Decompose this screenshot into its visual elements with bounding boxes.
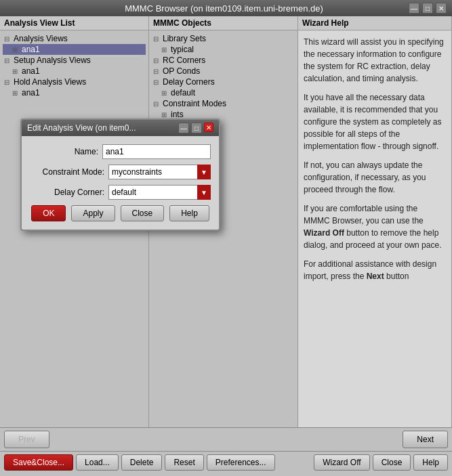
expander-icon: ⊞ [12, 89, 22, 97]
tree-item-typical[interactable]: ⊞ typical [152, 44, 295, 55]
expander-icon: ⊟ [153, 100, 163, 108]
tree-item-setup-ana1[interactable]: ⊞ ana1 [3, 66, 146, 77]
minimize-button[interactable]: — [409, 3, 419, 14]
nav-bar: Prev Next [0, 427, 452, 451]
modal-minimize-button[interactable]: — [178, 123, 189, 133]
apply-button[interactable]: Apply [71, 205, 115, 221]
delay-corner-row: Delay Corner: default ▼ [30, 185, 211, 200]
next-button[interactable]: Next [403, 431, 448, 448]
tree-label: RC Corners [163, 56, 205, 65]
window-controls[interactable]: — □ ✕ [409, 3, 447, 14]
column-headers: Analysis View List MMMC Objects Wizard H… [0, 16, 452, 30]
save-close-button[interactable]: Save&Close... [4, 454, 73, 471]
title-bar: MMMC Browser (on item0109.item.uni-breme… [0, 0, 452, 16]
tree-label: ana1 [22, 45, 40, 54]
tree-label: OP Conds [163, 66, 200, 76]
tree-label: Library Sets [163, 34, 206, 43]
wizard-help-text: This wizard will assist you in specifyin… [304, 36, 446, 282]
tree-item-delay-corners[interactable]: ⊟ Delay Corners [152, 77, 295, 87]
delay-corner-select[interactable]: default [108, 185, 211, 200]
wizard-bold-wizard-off: Wizard Off [304, 228, 344, 238]
wizard-off-button[interactable]: Wizard Off [314, 454, 369, 471]
wizard-para-4: If you are comfortable using the MMMC Br… [304, 202, 446, 251]
tree-item-hold-analysis-views[interactable]: ⊟ Hold Analysis Views [3, 77, 146, 87]
bottom-bar: Save&Close... Load... Delete Reset Prefe… [0, 451, 452, 473]
edit-analysis-view-dialog: Edit Analysis View (on item0... — □ ✕ Na… [20, 118, 220, 231]
col-header-analysis-view-list: Analysis View List [0, 16, 149, 30]
tree-label: Hold Analysis Views [14, 77, 86, 87]
expander-icon: ⊞ [12, 68, 22, 75]
modal-close-button[interactable]: Close [121, 205, 165, 221]
delete-button[interactable]: Delete [121, 454, 163, 471]
constraint-mode-select[interactable]: myconstraints [108, 165, 211, 179]
constraint-mode-select-wrapper: myconstraints ▼ [108, 165, 211, 179]
constraint-mode-label: Constraint Mode: [30, 167, 104, 177]
load-button[interactable]: Load... [76, 454, 119, 471]
constraint-mode-row: Constraint Mode: myconstraints ▼ [30, 165, 211, 179]
tree-label: Delay Corners [163, 77, 215, 87]
tree-item-library-sets[interactable]: ⊟ Library Sets [152, 33, 295, 44]
tree-item-av-ana1[interactable]: ⊞ ana1 [3, 44, 146, 55]
window-title: MMMC Browser (on item0109.item.uni-breme… [39, 3, 409, 14]
tree-label: ints [171, 110, 184, 119]
tree-item-rc-corners[interactable]: ⊟ RC Corners [152, 55, 295, 66]
tree-label: Analysis Views [14, 34, 68, 43]
expander-icon: ⊞ [161, 89, 171, 97]
ok-button[interactable]: OK [31, 205, 66, 221]
wizard-help-panel: This wizard will assist you in specifyin… [298, 30, 452, 427]
expander-icon: ⊟ [153, 35, 163, 43]
help-button-bottom[interactable]: Help [413, 454, 448, 471]
tree-item-analysis-views[interactable]: ⊟ Analysis Views [3, 33, 146, 44]
col-header-wizard-help: Wizard Help [298, 16, 452, 30]
expander-icon: ⊟ [4, 57, 14, 64]
wizard-para-1: This wizard will assist you in specifyin… [304, 36, 446, 85]
modal-help-button[interactable]: Help [169, 205, 209, 221]
expander-icon: ⊞ [161, 46, 171, 53]
wizard-para-5: For additional assistance with design im… [304, 258, 446, 282]
tree-label: Setup Analysis Views [14, 56, 91, 65]
modal-buttons: OK Apply Close Help [30, 205, 211, 221]
prev-button[interactable]: Prev [4, 431, 49, 448]
modal-title: Edit Analysis View (on item0... [27, 123, 136, 133]
modal-title-bar: Edit Analysis View (on item0... — □ ✕ [22, 120, 219, 136]
wizard-para-2: It you have all the necessary data avail… [304, 91, 446, 152]
modal-body: Name: Constraint Mode: myconstraints ▼ [22, 136, 219, 230]
tree-item-setup-analysis-views[interactable]: ⊟ Setup Analysis Views [3, 55, 146, 66]
tree-item-constraint-modes[interactable]: ⊟ Constraint Modes [152, 98, 295, 109]
col-header-mmmc-objects: MMMC Objects [149, 16, 298, 30]
expander-icon: ⊟ [4, 35, 14, 43]
tree-label: ana1 [22, 88, 40, 98]
content-area: ⊟ Analysis Views ⊞ ana1 ⊟ Setup Analysis… [0, 30, 452, 427]
tree-item-op-conds[interactable]: ⊟ OP Conds [152, 66, 295, 77]
expander-icon: ⊞ [12, 46, 22, 53]
preferences-button[interactable]: Preferences... [207, 454, 275, 471]
tree-label: default [171, 88, 195, 98]
modal-close-x-button[interactable]: ✕ [204, 123, 213, 132]
expander-icon: ⊟ [153, 57, 163, 64]
name-row: Name: [30, 144, 211, 159]
name-label: Name: [30, 147, 98, 156]
tree-item-default[interactable]: ⊞ default [152, 87, 295, 98]
expander-icon: ⊟ [153, 79, 163, 86]
modal-maximize-button[interactable]: □ [191, 123, 202, 133]
delay-corner-label: Delay Corner: [30, 188, 104, 197]
tree-item-hold-ana1[interactable]: ⊞ ana1 [3, 87, 146, 98]
tree-label: typical [171, 45, 194, 54]
expander-icon: ⊟ [4, 79, 14, 86]
expander-icon: ⊞ [161, 111, 171, 118]
wizard-bold-next: Next [367, 272, 384, 281]
reset-button[interactable]: Reset [165, 454, 203, 471]
tree-label: Constraint Modes [163, 99, 226, 108]
maximize-button[interactable]: □ [422, 3, 433, 14]
close-button-bottom[interactable]: Close [373, 454, 411, 471]
close-button[interactable]: ✕ [436, 3, 447, 14]
wizard-para-3: If not, you can always update the config… [304, 159, 446, 196]
delay-corner-select-wrapper: default ▼ [108, 185, 211, 200]
name-input[interactable] [102, 144, 211, 159]
tree-label: ana1 [22, 66, 40, 76]
expander-icon: ⊟ [153, 68, 163, 75]
